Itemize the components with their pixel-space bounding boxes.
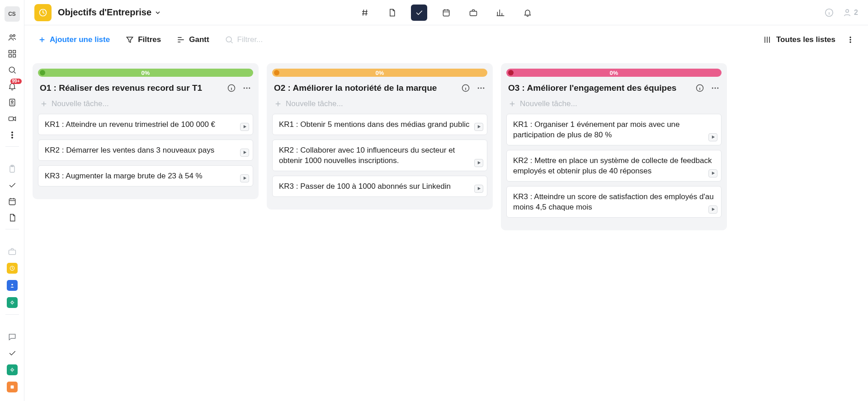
play-icon[interactable] bbox=[708, 205, 717, 214]
svg-point-37 bbox=[481, 88, 482, 89]
info-circle-icon[interactable] bbox=[227, 84, 236, 93]
top-header: Objectifs d'Entreprise 2 bbox=[24, 0, 868, 25]
grid-icon[interactable] bbox=[7, 49, 17, 59]
play-icon[interactable] bbox=[474, 123, 483, 131]
play-icon[interactable] bbox=[240, 174, 249, 182]
task-card[interactable]: KR2 : Collaborer avec 10 influenceurs du… bbox=[272, 140, 487, 171]
stats-icon[interactable] bbox=[492, 5, 509, 21]
progress-text: 0% bbox=[142, 70, 150, 76]
workspace-teal-2-icon[interactable] bbox=[7, 364, 18, 375]
workspace-yellow-icon[interactable] bbox=[7, 263, 18, 274]
hash-icon[interactable] bbox=[357, 5, 373, 21]
contacts-icon[interactable] bbox=[7, 98, 17, 107]
kanban-column: 0%O1 : Réaliser des revenus record sur T… bbox=[33, 63, 259, 199]
svg-point-6 bbox=[9, 67, 14, 72]
chat-muted-icon[interactable] bbox=[7, 332, 17, 342]
svg-rect-2 bbox=[9, 51, 11, 53]
column-actions bbox=[695, 84, 720, 93]
task-card-text: KR2 : Démarrer les ventes dans 3 nouveau… bbox=[45, 145, 246, 156]
clipboard-muted-icon[interactable] bbox=[7, 164, 17, 174]
info-circle-icon[interactable] bbox=[695, 84, 704, 93]
task-card[interactable]: KR3 : Passer de 100 à 1000 abonnés sur L… bbox=[272, 176, 487, 197]
svg-point-12 bbox=[11, 137, 13, 139]
column-title[interactable]: O1 : Réaliser des revenus record sur T1 bbox=[40, 83, 202, 93]
task-card[interactable]: KR1 : Organiser 1 événement par mois ave… bbox=[506, 114, 722, 145]
play-icon[interactable] bbox=[240, 149, 249, 157]
briefcase-icon[interactable] bbox=[465, 5, 481, 21]
play-icon[interactable] bbox=[708, 169, 717, 177]
info-icon[interactable] bbox=[824, 8, 834, 18]
chevron-down-icon bbox=[154, 9, 161, 16]
gantt-button[interactable]: Gantt bbox=[176, 35, 209, 44]
calendar-icon[interactable] bbox=[438, 5, 454, 21]
bell-icon[interactable] bbox=[519, 5, 536, 21]
task-card[interactable]: KR3 : Augmenter la marge brute de 23 à 5… bbox=[38, 165, 253, 187]
task-card-text: KR3 : Passer de 100 à 1000 abonnés sur L… bbox=[279, 182, 481, 192]
play-icon[interactable] bbox=[474, 185, 483, 193]
filters-label: Filtres bbox=[138, 35, 161, 44]
column-title[interactable]: O3 : Améliorer l'engagement des équipes bbox=[508, 83, 676, 93]
svg-rect-9 bbox=[9, 117, 13, 121]
filter-search[interactable]: Filtrer... bbox=[225, 35, 263, 44]
progress-text: 0% bbox=[376, 70, 384, 76]
workspace-blue-icon[interactable] bbox=[7, 280, 18, 291]
play-icon[interactable] bbox=[708, 133, 717, 141]
new-task-label: Nouvelle tâche... bbox=[286, 99, 343, 108]
members-count[interactable]: 2 bbox=[842, 8, 858, 18]
task-card-text: KR1 : Organiser 1 événement par mois ave… bbox=[513, 120, 715, 140]
column-more-icon[interactable] bbox=[242, 84, 251, 93]
check-2-icon[interactable] bbox=[7, 348, 17, 358]
board-title[interactable]: Objectifs d'Entreprise bbox=[58, 7, 161, 18]
new-task-button[interactable]: Nouvelle tâche... bbox=[506, 97, 722, 114]
play-icon[interactable] bbox=[240, 123, 249, 131]
svg-point-8 bbox=[11, 101, 13, 103]
gantt-label: Gantt bbox=[189, 35, 209, 44]
document-icon[interactable] bbox=[384, 5, 400, 21]
column-actions bbox=[461, 84, 486, 93]
column-header: O2 : Améliorer la notoriété de la marque bbox=[274, 83, 486, 93]
doc-small-icon[interactable] bbox=[7, 213, 17, 223]
search-icon[interactable] bbox=[7, 65, 17, 75]
task-card[interactable]: KR3 : Atteindre un score de satisfaction… bbox=[506, 186, 722, 218]
new-task-button[interactable]: Nouvelle tâche... bbox=[38, 97, 253, 114]
play-icon[interactable] bbox=[474, 159, 483, 167]
task-card[interactable]: KR2 : Démarrer les ventes dans 3 nouveau… bbox=[38, 140, 253, 161]
svg-point-41 bbox=[715, 88, 716, 89]
calendar-small-icon[interactable] bbox=[7, 196, 17, 206]
workspace-orange-icon[interactable] bbox=[7, 382, 18, 392]
column-more-icon[interactable] bbox=[711, 84, 720, 93]
task-card[interactable]: KR1 : Obtenir 5 mentions dans des médias… bbox=[272, 114, 487, 135]
all-lists-button[interactable]: Toutes les listes bbox=[763, 35, 835, 44]
column-more-icon[interactable] bbox=[476, 84, 486, 93]
notifications-icon[interactable]: 99+ bbox=[7, 81, 17, 91]
briefcase-muted-icon[interactable] bbox=[7, 247, 17, 256]
people-icon[interactable] bbox=[7, 33, 17, 42]
board-icon[interactable] bbox=[34, 4, 52, 21]
column-header: O3 : Améliorer l'engagement des équipes bbox=[508, 83, 720, 93]
add-list-button[interactable]: Ajouter une liste bbox=[38, 35, 110, 44]
task-card-text: KR2 : Mettre en place un système de coll… bbox=[513, 156, 715, 177]
workspace-teal-icon[interactable] bbox=[7, 297, 18, 308]
svg-point-40 bbox=[712, 88, 713, 89]
svg-rect-21 bbox=[10, 386, 14, 389]
user-avatar[interactable]: CS bbox=[5, 6, 20, 22]
svg-rect-16 bbox=[9, 250, 15, 255]
task-card-text: KR1 : Atteindre un revenu trimestriel de… bbox=[45, 120, 246, 130]
task-card[interactable]: KR2 : Mettre en place un système de coll… bbox=[506, 150, 722, 182]
more-vert-icon[interactable] bbox=[7, 130, 17, 140]
toolbar-more-icon[interactable] bbox=[846, 36, 854, 44]
progress-bar: 0% bbox=[506, 69, 722, 77]
new-task-button[interactable]: Nouvelle tâche... bbox=[272, 97, 487, 114]
check-icon[interactable] bbox=[7, 180, 17, 190]
new-task-label: Nouvelle tâche... bbox=[52, 99, 109, 108]
video-icon[interactable] bbox=[7, 114, 17, 124]
filters-button[interactable]: Filtres bbox=[125, 35, 161, 44]
svg-point-38 bbox=[483, 88, 484, 89]
info-circle-icon[interactable] bbox=[461, 84, 470, 93]
sidebar-separator-3 bbox=[5, 314, 19, 315]
tasks-view-icon[interactable] bbox=[411, 5, 427, 21]
column-title[interactable]: O2 : Améliorer la notoriété de la marque bbox=[274, 83, 437, 93]
column-actions bbox=[227, 84, 251, 93]
svg-rect-3 bbox=[13, 51, 15, 53]
task-card[interactable]: KR1 : Atteindre un revenu trimestriel de… bbox=[38, 114, 253, 135]
